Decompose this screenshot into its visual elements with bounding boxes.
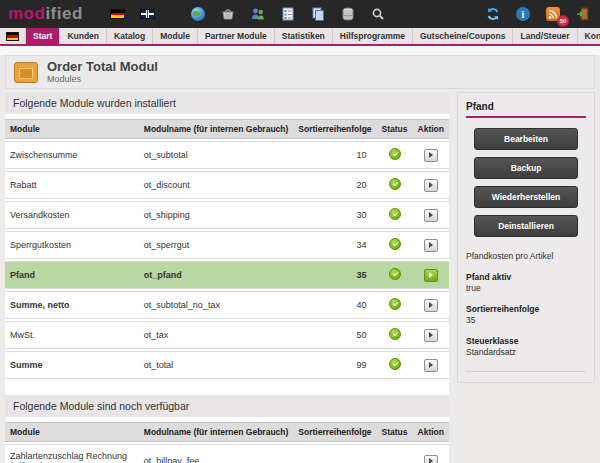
modules-table: ModuleModulname (für internen Gebrauch)S…: [5, 117, 449, 381]
status-ok-icon: [389, 238, 401, 250]
status-ok-icon: [389, 148, 401, 160]
refresh-icon[interactable]: [484, 5, 502, 23]
sort-order-cell: 10: [293, 141, 376, 169]
table-row-ot-subtotal-no-tax[interactable]: Summe, nettoot_subtotal_no_tax40: [5, 291, 449, 319]
logout-door-icon[interactable]: [574, 5, 592, 23]
field-value: 35: [466, 315, 586, 325]
page-title-panel: Order Total Modul Modules: [5, 55, 595, 89]
module-code-cell: ot_total: [139, 351, 294, 379]
field-label: Sortierreihenfolge: [466, 304, 586, 314]
status-cell: [377, 171, 413, 199]
table-row-ot-total[interactable]: Summeot_total99: [5, 351, 449, 379]
module-code-cell: ot_tax: [139, 321, 294, 349]
nav-item-partner-module[interactable]: Partner Module: [198, 28, 275, 44]
search-icon[interactable]: [369, 5, 387, 23]
module-description: Pfandkosten pro Artikel: [466, 251, 586, 261]
module-name-cell: Summe, netto: [5, 291, 139, 319]
status-cell: [377, 321, 413, 349]
module-name-cell: Rabatt: [5, 171, 139, 199]
module-name-cell: Zahlartenzuschlag Rechnung (BillPay): [5, 444, 139, 463]
action-cell: [413, 231, 449, 259]
main-nav: StartKundenKatalogModulePartner ModuleSt…: [0, 28, 600, 46]
status-cell: [377, 291, 413, 319]
action-cell: [413, 261, 449, 289]
language-english-icon[interactable]: [139, 5, 157, 23]
nav-item-statistiken[interactable]: Statistiken: [275, 28, 333, 44]
wiederherstellen-button[interactable]: Wiederherstellen: [474, 186, 578, 208]
nav-item-start[interactable]: Start: [26, 28, 60, 44]
tasks-clipboard-icon[interactable]: [279, 5, 297, 23]
module-code-cell: ot_discount: [139, 171, 294, 199]
nav-item-hilfsprogramme[interactable]: Hilfsprogramme: [333, 28, 413, 44]
field-label: Pfand aktiv: [466, 272, 586, 282]
table-row-ot-discount[interactable]: Rabattot_discount20: [5, 171, 449, 199]
table-row-ot-tax[interactable]: MwSt.ot_tax50: [5, 321, 449, 349]
row-select-action-button[interactable]: [424, 179, 438, 192]
nav-item-katalog[interactable]: Katalog: [107, 28, 153, 44]
logo-suffix: ified: [45, 4, 82, 23]
module-name-cell: Zwischensumme: [5, 141, 139, 169]
status-cell: [377, 201, 413, 229]
status-ok-icon: [389, 208, 401, 220]
notification-badge: 50: [557, 15, 569, 27]
row-select-action-button[interactable]: [424, 359, 438, 372]
copy-pages-icon[interactable]: [309, 5, 327, 23]
customers-icon[interactable]: [249, 5, 267, 23]
action-cell: [413, 141, 449, 169]
status-cell: [377, 261, 413, 289]
action-cell: [413, 201, 449, 229]
logo-prefix: mod: [8, 4, 45, 23]
nav-item-gutscheine-coupons[interactable]: Gutscheine/Coupons: [413, 28, 513, 44]
table-row-ot-shipping[interactable]: Versandkostenot_shipping30: [5, 201, 449, 229]
action-cell: [413, 321, 449, 349]
table-row-ot-sperrgut[interactable]: Sperrgutkostenot_sperrgut34: [5, 231, 449, 259]
sidebar-divider: [466, 371, 586, 372]
page-title: Order Total Modul: [47, 60, 158, 74]
column-header-status: Status: [377, 422, 413, 442]
rss-feed-icon[interactable]: 50: [544, 5, 562, 23]
column-header-modulname-f-r-internen-gebrauch: Modulname (für internen Gebrauch): [139, 119, 294, 139]
action-cell: [413, 351, 449, 379]
sidebar-field-sortierreihenfolge: Sortierreihenfolge35: [466, 304, 586, 325]
orders-basket-icon[interactable]: [219, 5, 237, 23]
main-nav-items: StartKundenKatalogModulePartner ModuleSt…: [26, 28, 600, 44]
row-select-action-button[interactable]: [424, 269, 438, 282]
module-code-cell: ot_billpay_fee: [139, 444, 294, 463]
status-ok-icon: [389, 358, 401, 370]
nav-language-flag-icon[interactable]: [0, 28, 26, 44]
database-icon[interactable]: [339, 5, 357, 23]
module-detail-sidebar: Pfand BearbeitenBackupWiederherstellenDe…: [457, 92, 595, 383]
table-row-ot-billpay-fee[interactable]: Zahlartenzuschlag Rechnung (BillPay)ot_b…: [5, 444, 449, 463]
bearbeiten-button[interactable]: Bearbeiten: [474, 128, 578, 150]
field-value: Standardsatz: [466, 347, 586, 357]
nav-item-kunden[interactable]: Kunden: [60, 28, 107, 44]
modules-content: Folgende Module wurden installiert Modul…: [5, 92, 449, 463]
deinstallieren-button[interactable]: Deinstallieren: [474, 215, 578, 237]
nav-item-land-steuer[interactable]: Land/Steuer: [513, 28, 577, 44]
shop-frontend-globe-icon[interactable]: [189, 5, 207, 23]
row-select-action-button[interactable]: [424, 329, 438, 342]
nav-item-module[interactable]: Module: [153, 28, 198, 44]
language-german-icon[interactable]: [109, 5, 127, 23]
column-header-modulname-f-r-internen-gebrauch: Modulname (für internen Gebrauch): [139, 422, 294, 442]
status-ok-icon: [389, 268, 401, 280]
sort-order-cell: 20: [293, 171, 376, 199]
table-row-ot-subtotal[interactable]: Zwischensummeot_subtotal10: [5, 141, 449, 169]
top-strip: [0, 46, 600, 55]
sidebar-fields: Pfand aktivtrueSortierreihenfolge35Steue…: [466, 272, 586, 357]
row-select-action-button[interactable]: [424, 455, 438, 463]
backup-button[interactable]: Backup: [474, 157, 578, 179]
module-name-cell: Sperrgutkosten: [5, 231, 139, 259]
info-icon[interactable]: i: [514, 5, 532, 23]
top-header: modified i 50: [0, 0, 600, 28]
row-select-action-button[interactable]: [424, 299, 438, 312]
nav-item-konfiguration[interactable]: Konfiguration: [578, 28, 600, 44]
module-code-cell: ot_sperrgut: [139, 231, 294, 259]
module-name-cell: Versandkosten: [5, 201, 139, 229]
row-select-action-button[interactable]: [424, 209, 438, 222]
row-select-action-button[interactable]: [424, 149, 438, 162]
table-row-ot-pfand[interactable]: Pfandot_pfand35: [5, 261, 449, 289]
status-ok-icon: [389, 328, 401, 340]
sort-order-cell: 99: [293, 351, 376, 379]
row-select-action-button[interactable]: [424, 239, 438, 252]
